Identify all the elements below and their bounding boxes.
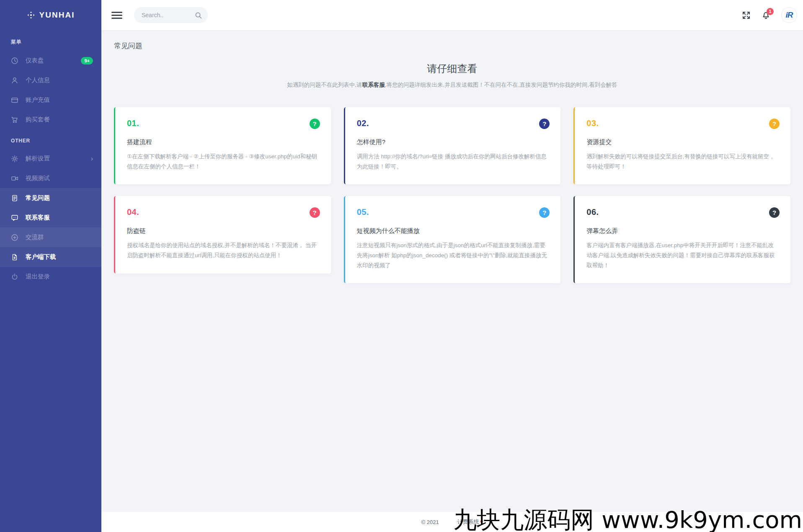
dashboard-badge: 9+: [81, 57, 93, 65]
card-title: 弹幕怎么弄: [586, 227, 779, 235]
page-title: 常见问题: [114, 30, 790, 51]
card-body: ①在左侧下载解析客户端 - ②上传至你的服务器 - ③修改user.php的ui…: [127, 152, 319, 171]
sidebar-item-label: 解析设置: [26, 155, 50, 163]
help-icon: [310, 207, 320, 218]
card-number: 06.: [586, 207, 779, 217]
gear-icon: [11, 155, 18, 163]
brand-logo[interactable]: YUNHAI: [0, 0, 101, 30]
sidebar-item-video-test[interactable]: 视频测试: [0, 168, 101, 188]
cart-icon: [11, 116, 18, 124]
sidebar-item-client-download[interactable]: 客户端下载: [0, 247, 101, 267]
sidebar-item-label: 退出登录: [26, 273, 50, 281]
search-box: [134, 7, 208, 23]
document-icon: [11, 194, 18, 202]
plus-circle-icon: [11, 234, 18, 241]
sidebar-item-label: 交流群: [26, 233, 44, 241]
sidebar-item-label: 客户端下载: [26, 253, 56, 261]
faq-card-1: 01. 搭建流程 ①在左侧下载解析客户端 - ②上传至你的服务器 - ③修改us…: [114, 107, 331, 184]
footer-copyright: © 2021: [421, 519, 439, 525]
hero-section: 请仔细查看 如遇到的问题不在此列表中,请联系客服,将您的问题详细发出来,并且发送…: [114, 62, 790, 89]
sidebar-item-faq[interactable]: 常见问题: [0, 188, 101, 208]
card-body: 客户端内置有客户端播放器,在user.php中将开关开开后即可！注意不能乱改动客…: [586, 240, 779, 270]
sidebar-section-other: OTHER: [0, 129, 101, 149]
help-icon: [310, 119, 320, 129]
sidebar-item-profile[interactable]: 个人信息: [0, 70, 101, 90]
sidebar-item-logout[interactable]: 退出登录: [0, 267, 101, 287]
chat-icon: [11, 214, 18, 222]
avatar-logo: iR: [786, 10, 793, 20]
credit-card-icon: [11, 96, 18, 104]
main-content: 常见问题 请仔细查看 如遇到的问题不在此列表中,请联系客服,将您的问题详细发出来…: [101, 30, 803, 512]
card-body: 调用方法 http://你的域名/?url=链接 播放成功后在你的网站后台修改解…: [357, 152, 549, 171]
watermark-text: 九块九源码网 www.9k9ym.com: [453, 508, 802, 532]
card-title: 怎样使用?: [357, 138, 549, 146]
card-body: 遇到解析失败的可以将链接提交至后台,有替换的链接可以写上没有就留空， 等待处理即…: [586, 152, 779, 171]
sidebar-item-parse-settings[interactable]: 解析设置 ›: [0, 149, 101, 168]
sidebar-item-label: 常见问题: [26, 194, 50, 202]
sidebar-item-label: 个人信息: [26, 76, 50, 84]
sidebar: YUNHAI 菜单 仪表盘 9+ 个人信息 账户充值 购买套餐 OTHER 解析…: [0, 0, 101, 532]
faq-card-5: 05. 短视频为什么不能播放 注意短视频只有json形式的格式,由于是json的…: [344, 196, 561, 283]
notifications-button[interactable]: 1: [762, 11, 770, 20]
card-number: 03.: [586, 119, 779, 128]
power-icon: [11, 273, 18, 281]
sidebar-item-group[interactable]: 交流群: [0, 227, 101, 247]
faq-card-grid: 01. 搭建流程 ①在左侧下载解析客户端 - ②上传至你的服务器 - ③修改us…: [114, 107, 790, 283]
menu-toggle-button[interactable]: [111, 12, 122, 19]
file-download-icon: [11, 253, 18, 261]
sidebar-item-contact-support[interactable]: 联系客服: [0, 208, 101, 227]
topbar: 1 iR: [101, 0, 803, 30]
faq-card-4: 04. 防盗链 授权域名是给你的使用站点的域名授权,并不是解析的域名！不要混淆，…: [114, 196, 331, 273]
brand-name: YUNHAI: [39, 10, 75, 20]
video-camera-icon: [11, 175, 18, 182]
card-title: 资源提交: [586, 138, 779, 146]
faq-card-2: 02. 怎样使用? 调用方法 http://你的域名/?url=链接 播放成功后…: [344, 107, 561, 184]
hero-heading: 请仔细查看: [114, 62, 790, 75]
sidebar-item-label: 联系客服: [26, 214, 50, 222]
search-icon: [195, 12, 202, 19]
sidebar-item-dashboard[interactable]: 仪表盘 9+: [0, 51, 101, 70]
card-body: 授权域名是给你的使用站点的域名授权,并不是解析的域名！不要混淆， 当开启防盗时解…: [127, 240, 319, 260]
faq-card-6: 06. 弹幕怎么弄 客户端内置有客户端播放器,在user.php中将开关开开后即…: [573, 196, 790, 283]
sidebar-item-label: 视频测试: [26, 174, 50, 182]
faq-card-3: 03. 资源提交 遇到解析失败的可以将链接提交至后台,有替换的链接可以写上没有就…: [573, 107, 790, 184]
sidebar-item-label: 账户充值: [26, 96, 50, 104]
chevron-right-icon: ›: [91, 155, 93, 162]
card-title: 搭建流程: [127, 138, 319, 146]
card-title: 防盗链: [127, 227, 319, 235]
sidebar-item-label: 购买套餐: [26, 116, 50, 124]
card-number: 05.: [357, 207, 549, 217]
hero-subtitle-contact: 联系客服: [362, 82, 385, 88]
card-number: 04.: [127, 207, 319, 217]
hero-subtitle: 如遇到的问题不在此列表中,请联系客服,将您的问题详细发出来,并且发送截图！不在问…: [114, 81, 790, 89]
sidebar-section-menu: 菜单: [0, 30, 101, 51]
sidebar-item-recharge[interactable]: 账户充值: [0, 90, 101, 110]
card-number: 01.: [127, 119, 319, 128]
sidebar-item-packages[interactable]: 购买套餐: [0, 110, 101, 129]
notification-count-badge: 1: [767, 8, 774, 15]
card-number: 02.: [357, 119, 549, 128]
dashboard-icon: [11, 57, 18, 65]
search-input[interactable]: [142, 12, 195, 18]
topbar-actions: 1 iR: [742, 7, 797, 23]
user-icon: [11, 77, 18, 84]
card-body: 注意短视频只有json形式的格式,由于是json的格式url不能直接复制播放,需…: [357, 240, 549, 270]
fullscreen-icon: [742, 11, 751, 20]
user-avatar[interactable]: iR: [781, 7, 797, 23]
fullscreen-button[interactable]: [742, 11, 751, 20]
move-icon: [27, 11, 35, 19]
sidebar-item-label: 仪表盘: [26, 57, 44, 65]
card-title: 短视频为什么不能播放: [357, 227, 549, 235]
help-icon: [769, 119, 780, 129]
